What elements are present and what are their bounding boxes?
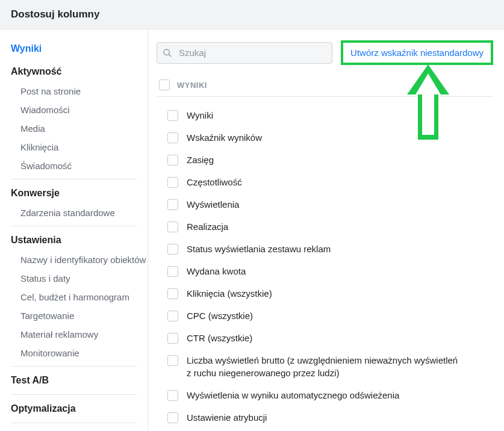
check-label: Wydana kwota: [187, 265, 246, 278]
sidebar-item-targetowanie[interactable]: Targetowanie: [0, 306, 148, 325]
search-icon: [163, 48, 172, 58]
checkbox[interactable]: [167, 355, 178, 366]
checkbox[interactable]: [167, 266, 178, 277]
sidebar-item-post-na-stronie[interactable]: Post na stronie: [0, 82, 148, 101]
check-label: CPC (wszystkie): [187, 309, 253, 322]
sidebar-divider: [11, 394, 137, 395]
check-label: Wyświetlenia: [187, 198, 239, 211]
svg-point-0: [164, 49, 169, 55]
sidebar-item-klikniecia[interactable]: Kliknięcia: [0, 138, 148, 157]
sidebar-item-monitorowanie[interactable]: Monitorowanie: [0, 344, 148, 362]
sidebar-divider: [11, 226, 137, 226]
sidebar-group-aktywnosc[interactable]: Aktywność: [0, 61, 148, 82]
search-wrap: [157, 42, 332, 64]
sidebar-item-material-reklamowy[interactable]: Materiał reklamowy: [0, 325, 148, 344]
check-item: Status wyświetlania zestawu reklam: [157, 238, 493, 260]
checkbox[interactable]: [167, 199, 178, 210]
checkbox[interactable]: [167, 222, 178, 232]
check-list: Wyniki Wskaźnik wyników Zasięg Częstotli…: [157, 104, 493, 429]
sidebar-group-ustawienia[interactable]: Ustawienia: [0, 230, 148, 250]
check-label: Realizacja: [187, 220, 228, 233]
dialog-title: Dostosuj kolumny: [11, 8, 493, 20]
checkbox[interactable]: [167, 390, 178, 401]
check-item: Częstotliwość: [157, 171, 493, 193]
sidebar-item-status-daty[interactable]: Status i daty: [0, 269, 148, 288]
check-item: Kliknięcia (wszystkie): [157, 282, 493, 305]
check-label: Wyniki: [187, 109, 213, 122]
check-item: CPC (wszystkie): [157, 305, 493, 327]
check-item: Wyświetlenia: [157, 193, 493, 216]
svg-line-1: [169, 54, 171, 57]
check-label: Liczba wyświetleń brutto (z uwzględnieni…: [187, 354, 464, 379]
section-header: WYNIKI: [157, 76, 493, 97]
check-label: Kliknięcia (wszystkie): [187, 287, 272, 300]
checkbox[interactable]: [167, 244, 178, 255]
check-item: Wydana kwota: [157, 260, 493, 282]
sidebar: Wyniki Aktywność Post na stronie Wiadomo…: [0, 29, 148, 431]
check-item: Wyniki: [157, 104, 493, 126]
create-custom-metric-button[interactable]: Utwórz wskaźnik niestandardowy: [341, 40, 493, 65]
check-item: Wyświetlenia w wyniku automatycznego odś…: [157, 384, 493, 406]
checkbox[interactable]: [167, 311, 178, 321]
check-label: Wskaźnik wyników: [187, 131, 262, 144]
sidebar-group-konwersje[interactable]: Konwersje: [0, 183, 148, 203]
sidebar-item-swiadomosc[interactable]: Świadomość: [0, 157, 148, 175]
sidebar-group-optymalizacja[interactable]: Optymalizacja: [0, 398, 148, 419]
sidebar-item-wiadomosci[interactable]: Wiadomości: [0, 101, 148, 119]
sidebar-divider: [11, 423, 137, 423]
dialog-header: Dostosuj kolumny: [0, 0, 504, 29]
checkbox[interactable]: [167, 155, 178, 166]
main-panel: Utwórz wskaźnik niestandardowy WYNIKI Wy…: [148, 29, 504, 431]
search-input[interactable]: [157, 42, 332, 64]
sidebar-divider: [11, 366, 137, 367]
check-item: Liczba wyświetleń brutto (z uwzględnieni…: [157, 349, 493, 384]
check-item: Ustawienie atrybucji: [157, 406, 493, 429]
sidebar-group-test-ab[interactable]: Test A/B: [0, 370, 148, 391]
section-header-label: WYNIKI: [177, 81, 207, 90]
check-label: Ustawienie atrybucji: [187, 411, 267, 424]
check-label: Zasięg: [187, 153, 214, 166]
sidebar-item-media[interactable]: Media: [0, 119, 148, 138]
check-item: CTR (wszystkie): [157, 327, 493, 349]
checkbox[interactable]: [167, 333, 178, 344]
checkbox[interactable]: [167, 177, 178, 188]
check-label: Wyświetlenia w wyniku automatycznego odś…: [187, 389, 399, 402]
sidebar-item-zdarzenia-standardowe[interactable]: Zdarzenia standardowe: [0, 203, 148, 222]
sidebar-group-wyniki[interactable]: Wyniki: [0, 39, 148, 59]
checkbox[interactable]: [167, 412, 178, 423]
check-label: CTR (wszystkie): [187, 332, 252, 344]
sidebar-divider: [11, 179, 137, 179]
check-item: Realizacja: [157, 216, 493, 238]
check-label: Częstotliwość: [187, 176, 242, 188]
select-all-checkbox[interactable]: [159, 79, 170, 90]
checkbox[interactable]: [167, 132, 178, 143]
checkbox[interactable]: [167, 110, 178, 121]
sidebar-item-nazwy-identyfikatory[interactable]: Nazwy i identyfikatory obiektów: [0, 250, 148, 269]
check-item: Wskaźnik wyników: [157, 126, 493, 149]
check-label: Status wyświetlania zestawu reklam: [187, 243, 331, 255]
check-item: Zasięg: [157, 149, 493, 171]
checkbox[interactable]: [167, 288, 178, 299]
sidebar-item-cel-budzet[interactable]: Cel, budżet i harmonogram: [0, 288, 148, 306]
